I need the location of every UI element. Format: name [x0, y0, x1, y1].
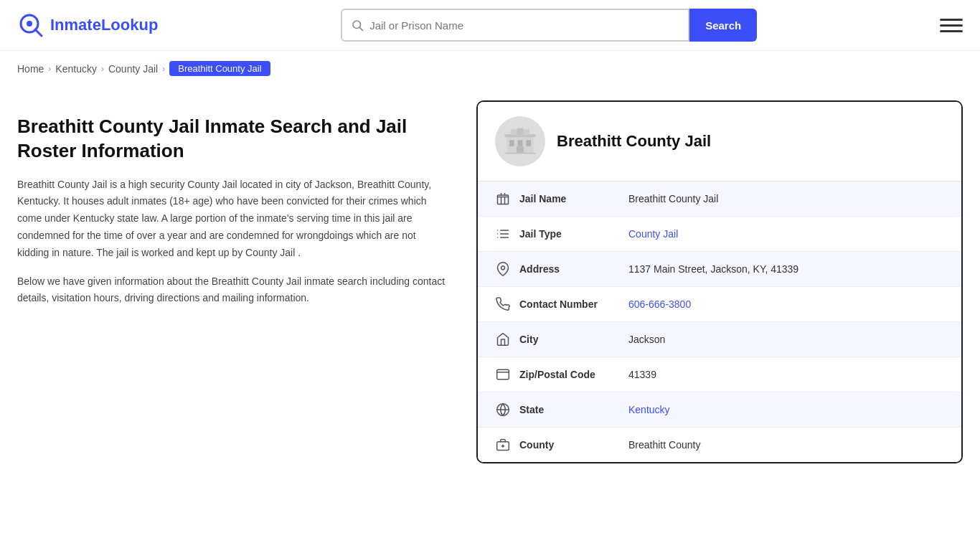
- hamburger-line-2: [940, 24, 963, 27]
- list-icon: [495, 226, 511, 242]
- breadcrumb-sep-2: ›: [101, 64, 104, 74]
- row-value[interactable]: Kentucky: [628, 404, 670, 415]
- row-label: Jail Name: [519, 193, 620, 204]
- breadcrumb-home[interactable]: Home: [17, 63, 44, 75]
- main-layout: Breathitt County Jail Inmate Search and …: [0, 86, 980, 478]
- table-row: Contact Number606-666-3800: [478, 287, 961, 322]
- svg-rect-9: [509, 140, 514, 146]
- breadcrumb-current: Breathitt County Jail: [169, 61, 270, 76]
- breadcrumb-state[interactable]: Kentucky: [55, 63, 97, 75]
- svg-rect-12: [517, 146, 524, 154]
- card-title: Breathitt County Jail: [557, 132, 711, 151]
- info-table: Jail NameBreathitt County JailJail TypeC…: [478, 182, 961, 462]
- table-row: Zip/Postal Code41339: [478, 357, 961, 392]
- search-icon: [351, 19, 364, 32]
- row-link[interactable]: Kentucky: [628, 404, 670, 415]
- building-icon: [502, 123, 538, 159]
- row-label: Address: [519, 263, 620, 275]
- row-label: County: [519, 439, 620, 451]
- hamburger-line-3: [940, 30, 963, 32]
- city-icon: [495, 331, 511, 347]
- row-label: Jail Type: [519, 228, 620, 240]
- row-link[interactable]: County Jail: [628, 228, 678, 240]
- row-value[interactable]: 606-666-3800: [628, 298, 691, 310]
- zip-icon: [495, 367, 511, 382]
- pin-icon: [495, 261, 511, 277]
- svg-point-21: [501, 266, 505, 270]
- row-value: Jackson: [628, 334, 665, 345]
- county-icon: [495, 437, 511, 453]
- hamburger-line-1: [940, 19, 963, 21]
- svg-rect-11: [526, 140, 531, 146]
- logo-text: InmateLookup: [50, 16, 158, 34]
- description-1: Breathitt County Jail is a high security…: [17, 176, 448, 262]
- svg-rect-10: [518, 140, 523, 146]
- table-row: CityJackson: [478, 322, 961, 357]
- row-label: State: [519, 404, 620, 415]
- svg-line-1: [35, 29, 42, 36]
- breadcrumb-sep-3: ›: [162, 64, 165, 74]
- svg-point-2: [27, 21, 32, 27]
- row-value[interactable]: County Jail: [628, 228, 678, 240]
- svg-rect-8: [517, 128, 523, 136]
- search-area: Search: [341, 9, 757, 42]
- logo-icon: [17, 11, 44, 39]
- row-value: Breathitt County Jail: [628, 193, 718, 204]
- hamburger-menu[interactable]: [940, 14, 963, 37]
- row-label: Contact Number: [519, 298, 620, 310]
- row-label: City: [519, 334, 620, 345]
- card-header: Breathitt County Jail: [478, 102, 961, 182]
- right-column: Breathitt County Jail Jail NameBreathitt…: [476, 100, 963, 463]
- page-title: Breathitt County Jail Inmate Search and …: [17, 115, 448, 164]
- table-row: StateKentucky: [478, 392, 961, 428]
- table-row: Address1137 Main Street, Jackson, KY, 41…: [478, 252, 961, 287]
- description-2: Below we have given information about th…: [17, 273, 448, 308]
- table-row: Jail NameBreathitt County Jail: [478, 182, 961, 217]
- globe-icon: [495, 402, 511, 418]
- svg-rect-22: [497, 369, 509, 379]
- phone-icon: [495, 296, 511, 312]
- search-button[interactable]: Search: [689, 9, 757, 42]
- breadcrumb: Home › Kentucky › County Jail › Breathit…: [0, 51, 980, 86]
- breadcrumb-sep-1: ›: [48, 64, 51, 74]
- table-row: CountyBreathitt County: [478, 428, 961, 462]
- row-link[interactable]: 606-666-3800: [628, 298, 691, 310]
- info-card: Breathitt County Jail Jail NameBreathitt…: [476, 100, 963, 463]
- left-column: Breathitt County Jail Inmate Search and …: [17, 100, 476, 463]
- breadcrumb-type[interactable]: County Jail: [108, 63, 158, 75]
- row-value: Breathitt County: [628, 439, 700, 451]
- search-wrapper: [341, 9, 689, 42]
- row-label: Zip/Postal Code: [519, 369, 620, 380]
- row-value: 1137 Main Street, Jackson, KY, 41339: [628, 263, 798, 275]
- avatar: [495, 116, 545, 166]
- jail-icon: [495, 191, 511, 207]
- row-value: 41339: [628, 369, 656, 380]
- svg-line-4: [360, 27, 363, 30]
- table-row: Jail TypeCounty Jail: [478, 217, 961, 252]
- search-input[interactable]: [369, 19, 679, 32]
- logo-link[interactable]: InmateLookup: [17, 11, 158, 39]
- site-header: InmateLookup Search: [0, 0, 980, 51]
